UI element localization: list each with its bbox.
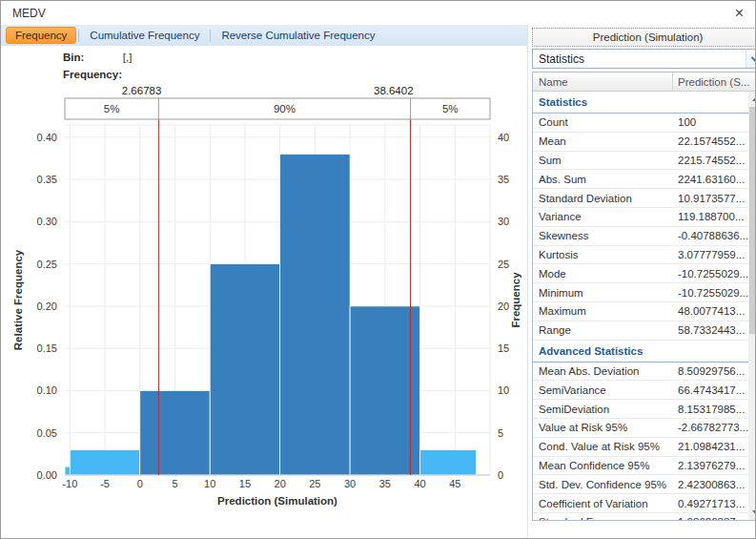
y-left-tick-label: 0.10 [37, 384, 57, 396]
stat-row: Cond. Value at Risk 95%21.0984231... [533, 438, 748, 457]
tab-frequency[interactable]: Frequency [6, 27, 76, 44]
x-tick-label: -10 [62, 478, 77, 489]
chart-tab-bar: Frequency Cumulative Frequency Reverse C… [1, 25, 527, 46]
histogram-bar[interactable] [210, 264, 279, 475]
stat-name: Standard Deviation [533, 193, 673, 204]
stat-value: 22.1574552... [673, 135, 748, 147]
histogram-bar[interactable] [350, 306, 419, 475]
y-left-tick-label: 0.20 [37, 301, 57, 312]
stat-value: 3.07777959... [673, 249, 748, 260]
stat-row: SemiVariance66.4743417... [533, 381, 748, 400]
band-percent-label: 5% [104, 103, 120, 114]
grid-header-value[interactable]: Prediction (S... [673, 76, 756, 88]
stat-name: Skewness [533, 230, 673, 241]
x-tick-label: 5 [172, 478, 177, 489]
stat-name: Range [533, 324, 673, 336]
y-right-tick-label: 0 [498, 469, 503, 481]
stat-name: Coefficient of Variation [533, 498, 673, 509]
marker-value-label: 38.6402 [374, 85, 414, 96]
scroll-up-button[interactable] [748, 92, 756, 106]
bin-readout-label: Bin: [63, 52, 84, 63]
stat-name: Value at Risk 95% [533, 422, 673, 433]
stat-name: Std. Dev. Confidence 95% [533, 479, 673, 490]
histogram-chart: 2.6678338.64025%90%5%-10-505101520253035… [1, 46, 527, 538]
stat-row: Value at Risk 95%-2.66782773... [533, 419, 748, 438]
series-column-button[interactable]: Prediction (Simulation) [532, 28, 756, 47]
band-percent-label: 5% [442, 103, 459, 114]
x-tick-label: 30 [344, 478, 356, 489]
histogram-bar[interactable] [65, 466, 70, 475]
stat-value: 21.0984231... [673, 441, 748, 452]
y-right-tick-label: 20 [498, 301, 509, 312]
x-tick-label: 15 [239, 478, 251, 489]
stat-value: -2.66782773... [673, 422, 748, 433]
tab-reverse-cumulative-frequency[interactable]: Reverse Cumulative Frequency [213, 27, 383, 44]
stat-row: Abs. Sum2241.63160... [533, 170, 748, 189]
grid-rows: StatisticsCount100Mean22.1574552...Sum22… [533, 92, 748, 520]
scroll-down-button[interactable] [748, 506, 756, 520]
window-body: Frequency Cumulative Frequency Reverse C… [1, 25, 755, 538]
stat-row: Variance119.188700... [533, 208, 748, 227]
stat-value: 48.0077413... [673, 305, 748, 317]
histogram-bar[interactable] [140, 390, 210, 475]
title-bar: MEDV × [1, 1, 755, 25]
histogram-bar[interactable] [70, 449, 139, 475]
stat-row: Range58.7332443... [533, 321, 748, 341]
stat-value: 1.08626337... [673, 516, 748, 520]
close-icon[interactable]: × [733, 6, 746, 21]
y-right-tick-label: 30 [498, 216, 509, 227]
stat-value: 2.42300863... [673, 479, 748, 490]
stat-row: Maximum48.0077413... [533, 302, 748, 321]
statistics-grid: Name Prediction (S... StatisticsCount100… [532, 72, 756, 521]
grid-scrollbar[interactable] [748, 92, 756, 520]
chevron-down-icon [750, 53, 756, 61]
statistics-view-dropdown[interactable]: Statistics [532, 49, 756, 69]
stat-name: Mean [533, 135, 673, 147]
bin-readout-value: [,] [123, 52, 133, 63]
y-right-tick-label: 5 [498, 427, 503, 439]
statistics-pane: Prediction (Simulation) Statistics Name … [527, 25, 756, 538]
dropdown-button[interactable] [746, 50, 756, 68]
stat-name: Count [533, 116, 673, 128]
stat-value: 8.50929756... [673, 365, 748, 377]
tab-separator [210, 30, 211, 42]
grid-body: StatisticsCount100Mean22.1574552...Sum22… [533, 92, 756, 520]
stat-row: Standard Deviation10.9173577... [533, 189, 748, 208]
stat-value: 58.7332443... [673, 324, 748, 336]
grid-header: Name Prediction (S... [533, 73, 756, 92]
x-tick-label: -5 [100, 478, 110, 489]
stat-row: Coefficient of Variation0.49271713... [533, 494, 748, 513]
y-left-tick-label: 0.40 [37, 132, 57, 143]
x-tick-label: 0 [137, 478, 143, 489]
histogram-bar[interactable] [420, 449, 477, 475]
stat-value: -10.7255029... [673, 268, 748, 280]
histogram-bar[interactable] [280, 155, 350, 475]
stat-name: Abs. Sum [533, 174, 673, 185]
marker-value-label: 2.66783 [122, 85, 162, 96]
stat-row: Count100 [533, 114, 748, 133]
x-tick-label: 10 [204, 478, 215, 489]
stat-name: Minimum [533, 287, 673, 299]
statistics-view-value: Statistics [539, 52, 584, 66]
stat-row: Standard Error1.08626337... [533, 513, 748, 520]
chart-pane: Frequency Cumulative Frequency Reverse C… [1, 25, 527, 538]
grid-header-name[interactable]: Name [533, 73, 673, 91]
stat-row: Skewness-0.40788636... [533, 227, 748, 246]
x-tick-label: 20 [275, 478, 286, 489]
stat-row: Mean22.1574552... [533, 133, 748, 152]
stat-value: 119.188700... [673, 211, 748, 222]
stat-name: Variance [533, 211, 673, 222]
stat-name: Cond. Value at Risk 95% [533, 441, 673, 452]
stat-value: 8.15317985... [673, 404, 748, 415]
stat-name: Mean Confidence 95% [533, 460, 673, 471]
stat-row: Mean Abs. Deviation8.50929756... [533, 363, 748, 382]
stat-value: 2.13976279... [673, 460, 748, 471]
y-right-tick-label: 10 [498, 384, 509, 396]
stat-row: SemiDeviation8.15317985... [533, 400, 748, 419]
tab-separator [78, 30, 79, 42]
y-right-tick-label: 15 [498, 342, 509, 354]
y-left-axis-title: Relative Frequency [12, 249, 24, 350]
stat-name: Sum [533, 155, 673, 166]
scrollbar-thumb[interactable] [749, 107, 756, 334]
tab-cumulative-frequency[interactable]: Cumulative Frequency [81, 27, 208, 44]
